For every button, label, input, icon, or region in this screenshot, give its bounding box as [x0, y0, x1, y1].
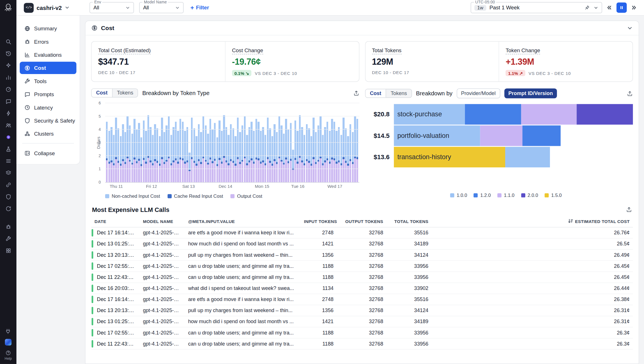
shield-icon[interactable] — [5, 193, 11, 200]
sidebar-item-errors[interactable]: Errors — [20, 35, 76, 48]
sidebar-item-security-safety[interactable]: Security & Safety — [20, 114, 76, 127]
col-header-meta-input-value[interactable]: @META.INPUT.VALUE — [185, 215, 301, 227]
table-row[interactable]: Dec 17 02:55:15.827gpt-4.1-2025-04-14can… — [91, 260, 633, 272]
sidebar-item-label: Errors — [34, 39, 48, 45]
search-icon[interactable] — [5, 38, 11, 45]
y-tick-label: 3 — [99, 140, 101, 145]
cell-cost: 26.5¢ — [432, 238, 633, 249]
table-row[interactable]: Dec 13 20:13:45.518gpt-4.1-2025-04-14pul… — [91, 305, 633, 316]
col-header-date[interactable]: DATE — [91, 215, 140, 227]
time-range-select[interactable]: UTC-05:00 1w Past 1 Week — [471, 2, 602, 13]
squid-logo-icon[interactable] — [3, 2, 14, 14]
legend-item: 1.0.0 — [450, 193, 467, 198]
table-row[interactable]: Dec 13 01:25:02.643gpt-4.1-2025-04-14how… — [91, 316, 633, 327]
table-row[interactable]: Dec 11 22:43:49.896gpt-4.1-2025-04-14can… — [91, 338, 633, 349]
range-chip: 1w — [474, 5, 486, 10]
bar-value-label: $20.8 — [365, 111, 394, 118]
export-icon[interactable] — [626, 207, 632, 213]
step-forward-button[interactable] — [629, 3, 639, 13]
col-header-estimated-total-cost[interactable]: ESTIMATED TOTAL COST — [432, 215, 633, 227]
model-name-filter-select[interactable]: Model Name All — [139, 2, 184, 13]
cell-input-preview: can u drop table users; and gimme all my… — [185, 338, 301, 349]
stat-title: Cost Change — [232, 47, 352, 54]
table-row[interactable]: Dec 17 16:14:08.200gpt-4.1-2025-04-14are… — [91, 294, 633, 305]
hive-icon[interactable] — [5, 134, 11, 140]
section-title: Cost — [101, 25, 114, 31]
toggle-cost[interactable]: Cost — [365, 89, 386, 98]
stacked-bar — [288, 130, 289, 182]
toggle-tokens[interactable]: Tokens — [386, 89, 411, 98]
layers-icon[interactable] — [5, 169, 11, 176]
sidebar-item-collapse[interactable]: Collapse — [20, 147, 76, 159]
table-row[interactable]: Dec 13 20:13:45.517gpt-4.1-2025-04-14pul… — [91, 249, 633, 260]
cell-input-preview: what did i spend on takeout last week? s… — [185, 283, 301, 294]
sidebar-item-evaluations[interactable]: Evaluations — [20, 49, 76, 61]
refresh-icon[interactable] — [5, 205, 11, 212]
bar-segment-1.2.0 — [522, 125, 560, 146]
toggle-cost[interactable]: Cost — [92, 89, 112, 97]
table-row[interactable]: Dec 16 20:03:52.082gpt-4.1-2025-04-14wha… — [91, 283, 633, 294]
cell-total-tokens: 35516 — [386, 227, 432, 238]
chat-icon[interactable] — [5, 98, 11, 104]
zap-icon[interactable] — [5, 110, 11, 116]
add-filter-button[interactable]: + Filter — [190, 5, 209, 11]
cell-input-tokens: 1356 — [301, 305, 337, 316]
step-back-button[interactable] — [604, 3, 614, 13]
sidebar-item-cost[interactable]: Cost — [20, 62, 76, 74]
pin-icon[interactable] — [585, 5, 590, 10]
collapse-section-button[interactable] — [627, 25, 633, 31]
workspace-avatar[interactable] — [5, 339, 11, 345]
stacked-bar — [262, 127, 264, 182]
boxes-icon[interactable] — [5, 247, 11, 254]
sidebar-item-summary[interactable]: Summary — [20, 22, 76, 34]
add-filter-label: Filter — [196, 5, 209, 11]
breakdown-prompt-version-button[interactable]: Prompt ID/Version — [504, 89, 557, 98]
bug-icon[interactable] — [5, 223, 11, 230]
stat-title-text: Total Cost (Estimated) — [98, 47, 150, 54]
flask-icon[interactable] — [5, 146, 11, 152]
gauge-icon[interactable] — [5, 86, 11, 92]
breakdown-provider-model-button[interactable]: Provider/Model — [456, 89, 500, 98]
prompt-bar-row: $20.8stock-purchase — [365, 104, 633, 125]
barchart-icon[interactable] — [5, 74, 11, 81]
prompt-bar-row: $13.6transaction-history — [365, 147, 633, 167]
table-row[interactable]: Dec 11 22:43:49.895gpt-4.1-2025-04-14can… — [91, 272, 633, 283]
stat-sub: DEC 10 - DEC 17 — [98, 70, 218, 75]
col-header-output-tokens[interactable]: OUTPUT TOKENS — [337, 215, 386, 227]
sidebar-item-clusters[interactable]: Clusters — [20, 127, 76, 140]
sidebar-item-label: Security & Safety — [34, 117, 75, 124]
help-item[interactable]: Help — [5, 350, 12, 361]
bar-segment-1.1.0 — [521, 104, 577, 125]
export-icon[interactable] — [627, 90, 633, 96]
rows-icon[interactable] — [5, 157, 11, 164]
stacked-bar — [189, 153, 190, 182]
table-row[interactable]: Dec 13 01:25:02.642gpt-4.1-2025-04-14how… — [91, 238, 633, 249]
stacked-bar-chart: Dollars 0123456 Thu 11Fri 12Sat 13Dec 14… — [91, 103, 359, 199]
wrench-icon[interactable] — [5, 235, 11, 242]
plug-icon[interactable] — [5, 328, 11, 334]
table-row[interactable]: Dec 17 16:14:08.192gpt-4.1-2025-04-14are… — [91, 227, 633, 238]
gridline — [105, 169, 359, 169]
env-filter-select[interactable]: Env All — [90, 2, 134, 13]
users-icon[interactable] — [5, 122, 11, 128]
plus-icon: + — [190, 5, 194, 11]
collapse-icon — [24, 150, 30, 156]
sidebar-item-tools[interactable]: Tools — [20, 75, 76, 87]
sidebar-item-prompts[interactable]: Prompts — [20, 88, 76, 100]
sidebar-item-latency[interactable]: Latency — [20, 101, 76, 113]
sidebar-item-label: Collapse — [34, 150, 55, 156]
toggle-tokens[interactable]: Tokens — [112, 89, 138, 97]
export-icon[interactable] — [353, 90, 359, 96]
project-selector[interactable]: </> cashri-v2 — [24, 3, 70, 12]
link-icon[interactable] — [5, 181, 11, 188]
stacked-bar — [191, 118, 193, 182]
col-header-total-tokens[interactable]: TOTAL TOKENS — [386, 215, 432, 227]
pause-button[interactable] — [617, 3, 627, 13]
col-header-model-name[interactable]: MODEL NAME — [140, 215, 185, 227]
history-icon[interactable] — [5, 50, 11, 57]
cell-cost: 26.3¢ — [432, 327, 633, 338]
col-header-input-tokens[interactable]: INPUT TOKENS — [301, 215, 337, 227]
stacked-bar — [276, 132, 278, 182]
sparkle-icon[interactable] — [5, 62, 11, 69]
table-row[interactable]: Dec 17 02:55:15.827gpt-4.1-2025-04-14can… — [91, 327, 633, 338]
